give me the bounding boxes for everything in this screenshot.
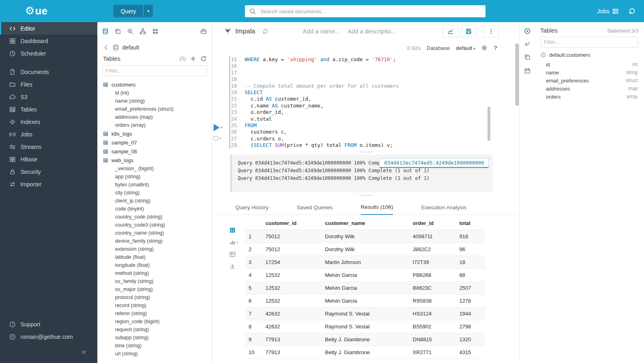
tree-column[interactable]: country_name (string) bbox=[103, 229, 212, 237]
tree-column[interactable]: url (string) bbox=[103, 350, 212, 358]
column-row[interactable]: ordersarray bbox=[540, 93, 638, 101]
download-icon[interactable] bbox=[229, 263, 236, 270]
tree-column[interactable]: protocol (string) bbox=[103, 293, 212, 301]
tree-column[interactable]: code (tinyint) bbox=[103, 205, 212, 213]
tables-filter-input[interactable] bbox=[102, 65, 207, 76]
tree-column[interactable]: orders (array) bbox=[103, 121, 212, 129]
tree-column[interactable]: region_code (bigint) bbox=[103, 318, 212, 326]
docs-icon[interactable] bbox=[524, 54, 531, 60]
sidebar-item-support[interactable]: ? Support bbox=[0, 318, 97, 330]
copy-icon[interactable] bbox=[115, 28, 121, 35]
sidebar-item-documents[interactable]: Documents bbox=[0, 66, 97, 78]
sidebar-item-editor[interactable]: Editor bbox=[0, 22, 97, 35]
tree-column[interactable]: subapp (string) bbox=[103, 334, 212, 342]
query-description-input[interactable]: Add a descriptio... bbox=[348, 28, 396, 35]
calendar-icon[interactable] bbox=[524, 68, 531, 74]
query-name-input[interactable]: Add a name... bbox=[303, 28, 340, 35]
tree-column[interactable]: client_ip (string) bbox=[103, 197, 212, 205]
column-row[interactable]: idint bbox=[540, 60, 638, 68]
column-row[interactable]: namestring bbox=[540, 68, 638, 76]
settings-gear-icon[interactable] bbox=[481, 45, 488, 51]
barchart-icon[interactable]: ▾ bbox=[229, 239, 238, 245]
tree-column[interactable]: record (string) bbox=[103, 301, 212, 309]
refresh-tables-icon[interactable] bbox=[200, 56, 207, 62]
sidebar-item-importer[interactable]: Importer bbox=[0, 178, 97, 190]
job-id-link[interactable]: 034d413ec7474ed5:4249de1000000000 bbox=[379, 158, 489, 168]
query-history-small-icon[interactable] bbox=[262, 28, 269, 35]
results-col-customer_name[interactable]: customer_name bbox=[322, 217, 409, 230]
search-input[interactable] bbox=[259, 8, 481, 15]
tree-table-k8s_logs[interactable]: k8s_logs bbox=[103, 129, 212, 138]
tree-column[interactable]: longitude (float) bbox=[103, 261, 212, 269]
tab-execution-analysis[interactable]: Execution Analysis bbox=[421, 204, 467, 214]
right-filter-input[interactable] bbox=[540, 37, 638, 47]
tree-column[interactable]: request (string) bbox=[103, 326, 212, 334]
sidebar-item-dashboard[interactable]: Dashboard bbox=[0, 35, 97, 47]
results-col-customer_id[interactable]: customer_id bbox=[262, 217, 322, 230]
results-col-total[interactable]: total bbox=[456, 217, 485, 230]
hue-logo[interactable]: ⚙ ue bbox=[0, 0, 97, 22]
tab-saved-queries[interactable]: Saved Queries bbox=[297, 204, 333, 214]
chart-button[interactable] bbox=[443, 25, 458, 37]
collapse-sidebar-icon[interactable]: « bbox=[81, 346, 86, 356]
tree-table-customers[interactable]: customers bbox=[103, 80, 212, 89]
tab-query-history[interactable]: Query History bbox=[235, 204, 269, 214]
tree-column[interactable]: email_preferences (struct) bbox=[103, 105, 212, 113]
tree-column[interactable]: latitude (float) bbox=[103, 253, 212, 261]
pivot-icon[interactable] bbox=[229, 251, 236, 258]
tree-column[interactable]: os_major (string) bbox=[103, 285, 212, 293]
sidebar-item-s3[interactable]: S3 bbox=[0, 91, 97, 103]
sidebar-item-security[interactable]: Security bbox=[0, 165, 97, 178]
help-icon-small[interactable]: ? bbox=[494, 45, 497, 51]
tree-table-web_logs[interactable]: web_logs bbox=[103, 156, 212, 165]
chevron-left-icon[interactable] bbox=[103, 44, 109, 51]
sidebar-item-hbase[interactable]: HBase bbox=[0, 153, 97, 165]
code-editor[interactable]: 1516171819202122232425262728 WHERE a.key… bbox=[229, 56, 519, 149]
tree-column[interactable]: addresses (map) bbox=[103, 113, 212, 121]
run-options-caret-icon[interactable]: ▾ bbox=[220, 125, 222, 130]
tree-column[interactable]: method (string) bbox=[103, 269, 212, 277]
tree-table-sample_07[interactable]: sample_07 bbox=[103, 138, 212, 147]
tree-column[interactable]: city (string) bbox=[103, 189, 212, 197]
tree-column[interactable]: bytes (smallint) bbox=[103, 181, 212, 189]
database-select[interactable]: default▾ bbox=[456, 45, 475, 51]
compass-icon[interactable] bbox=[524, 28, 531, 34]
tree-column[interactable]: time (string) bbox=[103, 342, 212, 350]
zoom-plus-icon[interactable] bbox=[127, 28, 134, 35]
sidebar-item-jobs[interactable]: Jobs bbox=[0, 128, 97, 140]
grid-view-icon[interactable] bbox=[229, 227, 236, 233]
breadcrumb-database[interactable]: default bbox=[122, 44, 139, 51]
tree-column[interactable]: user_agent (string) bbox=[103, 358, 212, 359]
tree-column[interactable]: country_code3 (string) bbox=[103, 221, 212, 229]
sidebar-item-scheduler[interactable]: Scheduler bbox=[0, 47, 97, 60]
global-search[interactable] bbox=[245, 5, 486, 17]
sidebar-item-streams[interactable]: Streams bbox=[0, 140, 97, 153]
jobs-link[interactable]: Jobs bbox=[597, 8, 619, 14]
tree-column[interactable]: os_family (string) bbox=[103, 277, 212, 285]
sidebar-item-tables[interactable]: Tables bbox=[0, 103, 97, 116]
appgrid-icon[interactable] bbox=[152, 28, 158, 35]
query-history-icon[interactable] bbox=[628, 7, 636, 15]
column-row[interactable]: email_preferencesstruct bbox=[540, 76, 638, 85]
panel-scrollbar[interactable] bbox=[515, 43, 519, 106]
run-query-button[interactable] bbox=[214, 124, 220, 131]
tree-column[interactable]: _version_ (bigint) bbox=[103, 165, 212, 173]
database-icon[interactable] bbox=[102, 28, 109, 35]
briefcase-icon[interactable] bbox=[200, 28, 207, 35]
tree-column[interactable]: name (string) bbox=[103, 97, 212, 105]
resize-handle-bottom[interactable] bbox=[212, 192, 519, 198]
resize-handle-top[interactable] bbox=[212, 149, 519, 155]
tree-table-sample_08[interactable]: sample_08 bbox=[103, 147, 212, 156]
editor-lines[interactable]: WHERE a.key = 'shipping' and a.zip_code … bbox=[241, 56, 519, 149]
save-button[interactable] bbox=[461, 25, 476, 37]
sidebar-item-files[interactable]: Files bbox=[0, 78, 97, 91]
superscript-icon[interactable]: x² bbox=[525, 41, 530, 47]
result-format-control[interactable]: ▾ bbox=[214, 136, 230, 140]
tree-column[interactable]: country_code (string) bbox=[103, 213, 212, 221]
sidebar-item-indexes[interactable]: Indexes bbox=[0, 116, 97, 128]
query-type-caret-icon[interactable]: ▾ bbox=[143, 5, 153, 17]
more-actions-button[interactable] bbox=[484, 25, 499, 37]
active-table-row[interactable]: default.customers bbox=[540, 47, 638, 60]
editor-scrollbar[interactable] bbox=[488, 107, 490, 141]
sidebar-item-user[interactable]: R romain@gethue.com bbox=[0, 330, 97, 343]
